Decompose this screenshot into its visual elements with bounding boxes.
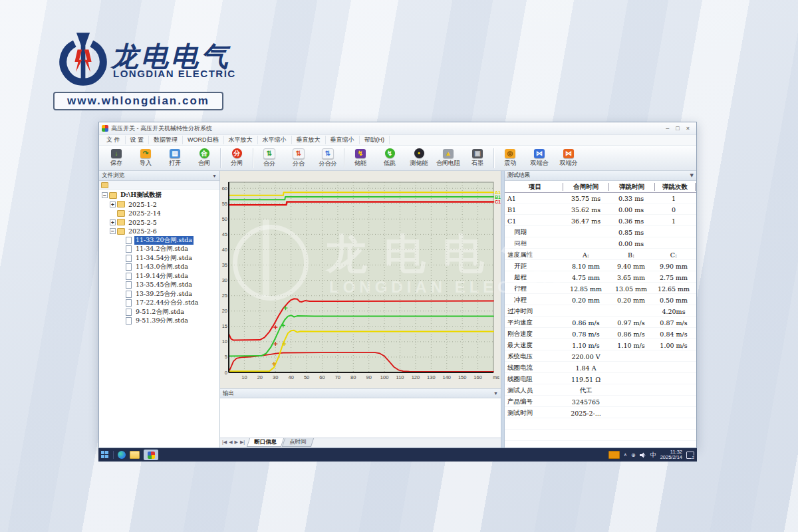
tree-item[interactable]: 11-9.14分闸.stda (99, 272, 219, 281)
toolbar-button-双端分[interactable]: ⋈双端分 (554, 147, 583, 170)
result-value: 9.40 mm (608, 263, 654, 270)
tree-item[interactable]: 11-34.54分闸.stda (99, 254, 219, 263)
toolbar-button-label: 测储能 (410, 159, 428, 168)
tree-item[interactable]: 9-51.2合闸.stda (99, 308, 219, 317)
menu-item[interactable]: 帮助(H) (360, 136, 390, 144)
toolbar-button-合分[interactable]: ⇅合分 (255, 147, 284, 170)
toolbar-button-双端合[interactable]: ⋈双端合 (525, 147, 554, 170)
result-value: 1 (654, 217, 694, 225)
output-header[interactable]: 输出 ▼ (220, 388, 501, 398)
tree-item[interactable]: 13-39.25合分.stda (99, 290, 219, 299)
ime-indicator[interactable]: 中 (650, 451, 656, 460)
next-tab-icon[interactable]: ▶ (235, 440, 238, 445)
chart-area[interactable]: 0510152025303540455055601020304050607080… (220, 171, 501, 388)
longdian-logo-icon (55, 31, 111, 86)
last-tab-icon[interactable]: ▶| (240, 440, 245, 445)
file-icon (126, 317, 132, 325)
tree-item[interactable]: 13-35.45合闸.stda (99, 281, 219, 290)
tree-spacer (118, 291, 124, 297)
svg-text:50: 50 (222, 216, 227, 222)
menu-item[interactable]: WORD归档 (183, 136, 224, 144)
toolbar-button-储能[interactable]: ↯储能 (346, 147, 375, 170)
低跳-icon: ↯ (385, 148, 395, 158)
result-value: 0.86 m/s (608, 331, 654, 338)
result-value: 0.97 m/s (608, 319, 654, 327)
result-label: 刚合速度 (505, 330, 563, 338)
tab-nav-arrows[interactable]: |◀ ◀ ▶ ▶| (222, 438, 247, 446)
toolbar-separator (493, 148, 494, 168)
result-label: 过冲时间 (505, 307, 563, 316)
toolbar-button-测储能[interactable]: •测储能 (404, 147, 434, 170)
menu-item[interactable]: 设 置 (126, 136, 150, 144)
menu-item[interactable]: 垂直放大 (292, 136, 326, 144)
tree-expander-icon[interactable]: − (102, 192, 108, 198)
tree-item[interactable]: 2025-2-14 (99, 209, 219, 218)
column-header: 弹跳次数 (655, 183, 696, 191)
双端合-icon: ⋈ (534, 149, 545, 158)
tree-expander-icon[interactable]: + (110, 219, 116, 225)
svg-text:40: 40 (288, 374, 293, 380)
output-log[interactable] (220, 398, 501, 438)
column-header: 弹跳时间 (609, 183, 655, 191)
file-browser-header[interactable]: 文件浏览 ▼ (99, 171, 219, 181)
volume-icon[interactable] (640, 452, 646, 458)
menu-item[interactable]: 数据管理 (149, 136, 183, 144)
toolbar-button-震动[interactable]: ◎震动 (495, 147, 525, 170)
toolbar-button-低跳[interactable]: ↯低跳 (375, 147, 404, 170)
prev-tab-icon[interactable]: ◀ (229, 440, 232, 445)
menu-item[interactable]: 水平放大 (224, 136, 258, 144)
toolbar-button-合闸电阻[interactable]: ▲合闸电阻 (434, 147, 463, 170)
toolbar-button-分闸[interactable]: 分分闸 (222, 147, 251, 170)
chevron-down-icon[interactable]: ▼ (212, 174, 217, 178)
active-app-task-icon[interactable] (144, 450, 158, 460)
start-button[interactable] (101, 451, 109, 459)
tab-point-time[interactable]: 点时间 (282, 438, 314, 447)
tray-app-icon[interactable] (608, 451, 620, 459)
toolbar-button-保存[interactable]: ↓保存 (102, 147, 131, 170)
title-bar[interactable]: 高压开关 - 高压开关机械特性分析系统 – □ × (99, 122, 696, 135)
test-results-header[interactable]: 测试结果 ▼ (505, 171, 696, 181)
tree-item[interactable]: +2025-1-2 (99, 200, 219, 209)
chevron-down-icon[interactable]: ▼ (493, 391, 498, 396)
tree-expander-icon[interactable]: + (110, 201, 116, 207)
tree-spacer (118, 309, 124, 315)
file-explorer-icon[interactable] (130, 451, 140, 459)
network-icon[interactable]: ⊕ (631, 452, 636, 458)
tree-item[interactable]: −2025-2-6 (99, 227, 219, 236)
tree-item[interactable]: 11-34.2合闸.stda (99, 245, 219, 254)
first-tab-icon[interactable]: |◀ (222, 440, 227, 445)
tree-item-label: 2025-2-5 (127, 219, 158, 226)
toolbar-button-label: 合闸电阻 (436, 159, 460, 168)
minimize-button[interactable]: – (666, 125, 669, 132)
toolbar-button-石墨[interactable]: ▣石墨 (463, 147, 492, 170)
edge-browser-icon[interactable] (118, 451, 126, 459)
toolbar-button-合闸[interactable]: 合合闸 (190, 147, 219, 170)
result-value: 0.86 m/s (563, 319, 608, 327)
toolbar-button-打开[interactable]: ▤打开 (160, 147, 190, 170)
tree-item-label: 11-9.14分闸.stda (134, 272, 190, 281)
tree-item[interactable]: −D:\H测试数据 (99, 191, 219, 200)
tree-item[interactable]: 17-22.44分合分.stda (99, 299, 219, 308)
tab-break-info[interactable]: 断口信息 (247, 438, 284, 447)
maximize-button[interactable]: □ (676, 125, 679, 132)
menu-item[interactable]: 水平缩小 (258, 136, 292, 144)
notification-icon[interactable]: 2 (686, 452, 694, 459)
taskbar-clock[interactable]: 11:32 2025/2/14 (660, 450, 682, 461)
close-button[interactable]: × (686, 125, 690, 132)
tree-item[interactable]: 9-51.39分闸.stda (99, 317, 219, 326)
tree-item[interactable]: 11-33.20合闸.stda (99, 236, 219, 245)
toolbar-button-label: 合闸 (198, 159, 210, 168)
tray-chevron-icon[interactable]: ∧ (624, 452, 627, 458)
menu-item[interactable]: 垂直缩小 (326, 136, 360, 144)
folder-tool-icon[interactable] (101, 182, 108, 188)
toolbar-button-分合分[interactable]: ⇅分合分 (313, 147, 342, 170)
tree-item[interactable]: 11-43.0合闸.stda (99, 263, 219, 272)
tree-expander-icon[interactable]: − (110, 228, 116, 234)
chevron-down-icon[interactable]: ▼ (690, 173, 694, 178)
svg-text:80: 80 (350, 374, 356, 380)
toolbar-button-分合[interactable]: ⇅分合 (284, 147, 313, 170)
toolbar-button-导入[interactable]: ↷导入 (131, 147, 160, 170)
menu-item[interactable]: 文 件 (102, 136, 126, 144)
result-label: 开距 (505, 262, 563, 271)
tree-item[interactable]: +2025-2-5 (99, 218, 219, 227)
